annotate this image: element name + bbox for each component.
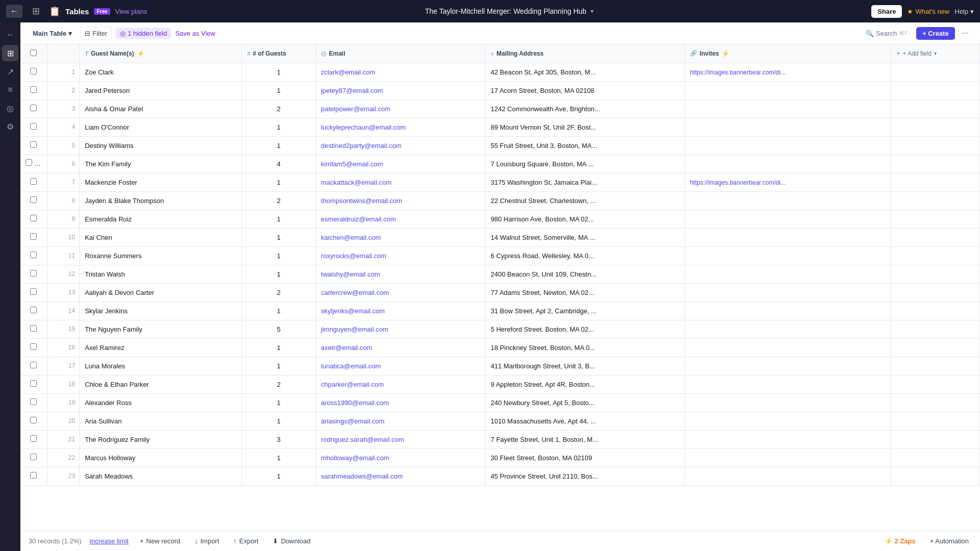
email-cell[interactable]: skyljenks@email.com — [315, 302, 485, 320]
create-button[interactable]: + Create — [916, 27, 955, 40]
email-cell[interactable]: zclark@email.com — [315, 63, 485, 81]
invites-cell[interactable] — [684, 228, 891, 246]
invites-cell[interactable] — [684, 302, 891, 320]
email-link[interactable]: destined2party@email.com — [321, 142, 402, 149]
email-link[interactable]: roxyrocks@email.com — [321, 252, 386, 260]
email-link[interactable]: thompsontwins@email.com — [321, 197, 402, 205]
sidebar-icon-home[interactable]: ← — [2, 27, 18, 43]
email-cell[interactable]: ariasings@email.com — [315, 412, 485, 430]
invites-cell[interactable] — [684, 412, 891, 430]
row-checkbox[interactable] — [30, 252, 37, 258]
email-link[interactable]: rodriguez.sarah@email.com — [321, 436, 404, 443]
automation-button[interactable]: + Automation — [927, 535, 972, 547]
export-button[interactable]: ↑ Export — [230, 535, 261, 547]
guest-name-cell[interactable]: Aaliyah & Devon Carter — [80, 283, 242, 302]
main-table-button[interactable]: Main Table ▾ — [29, 28, 76, 39]
invites-cell[interactable] — [684, 118, 891, 136]
sidebar-icon-eye[interactable]: ◎ — [2, 100, 18, 116]
email-link[interactable]: jimnguyen@email.com — [321, 325, 388, 333]
sidebar-icon-filter[interactable]: ≡ — [2, 82, 18, 98]
email-cell[interactable]: aross1990@email.com — [315, 393, 485, 412]
email-link[interactable]: kaichen@email.com — [321, 234, 381, 241]
row-checkbox[interactable] — [30, 307, 37, 313]
guest-name-cell[interactable]: Skylar Jenkins — [80, 302, 242, 320]
email-cell[interactable]: twalshy@email.com — [315, 265, 485, 283]
guest-name-cell[interactable]: Jared Peterson — [80, 81, 242, 99]
th-num-guests[interactable]: # # of Guests — [242, 44, 316, 63]
email-cell[interactable]: cartercrew@email.com — [315, 283, 485, 302]
row-checkbox[interactable] — [30, 454, 37, 460]
email-cell[interactable]: jpetey87@email.com — [315, 81, 485, 99]
email-link[interactable]: lunatica@email.com — [321, 362, 381, 370]
email-cell[interactable]: thompsontwins@email.com — [315, 191, 485, 210]
row-checkbox[interactable] — [30, 325, 37, 332]
row-checkbox[interactable] — [30, 141, 37, 148]
guest-name-cell[interactable]: Destiny Williams — [80, 136, 242, 155]
guest-name-cell[interactable]: Chloe & Ethan Parker — [80, 375, 242, 393]
email-cell[interactable]: kaichen@email.com — [315, 228, 485, 246]
invites-cell[interactable] — [684, 210, 891, 228]
email-cell[interactable]: chparker@email.com — [315, 375, 485, 393]
import-button[interactable]: ↓ Import — [191, 535, 222, 547]
select-all-checkbox[interactable] — [30, 49, 37, 56]
invites-cell[interactable]: https://images.bannerbear.com/di... — [684, 63, 891, 81]
th-invites[interactable]: 🔗 Invites ⚡ — [684, 44, 891, 63]
guest-name-cell[interactable]: Aria Sullivan — [80, 412, 242, 430]
email-link[interactable]: patelpower@email.com — [321, 105, 390, 113]
guest-name-cell[interactable]: Jayden & Blake Thompson — [80, 191, 242, 210]
email-link[interactable]: luckyleprechaun@email.com — [321, 123, 406, 131]
email-link[interactable]: sarahmeadows@email.com — [321, 472, 403, 480]
view-plans-link[interactable]: View plans — [115, 8, 148, 15]
email-link[interactable]: jpetey87@email.com — [321, 87, 383, 94]
email-cell[interactable]: lunatica@email.com — [315, 357, 485, 375]
email-cell[interactable]: patelpower@email.com — [315, 99, 485, 118]
email-link[interactable]: axelr@email.com — [321, 344, 373, 352]
guest-name-cell[interactable]: Liam O'Connor — [80, 118, 242, 136]
email-link[interactable]: twalshy@email.com — [321, 270, 380, 278]
row-checkbox[interactable] — [30, 343, 37, 350]
email-link[interactable]: aross1990@email.com — [321, 399, 389, 407]
invites-cell[interactable] — [684, 265, 891, 283]
guest-name-cell[interactable]: Tristan Walsh — [80, 265, 242, 283]
invites-link[interactable]: https://images.bannerbear.com/di... — [690, 69, 786, 76]
guest-name-cell[interactable]: Aisha & Omar Patel — [80, 99, 242, 118]
row-checkbox[interactable] — [30, 380, 37, 387]
row-checkbox[interactable] — [30, 270, 37, 277]
invites-cell[interactable]: https://images.bannerbear.com/di... — [684, 173, 891, 191]
th-add-field[interactable]: + + Add field ▾ — [891, 44, 980, 63]
guest-name-cell[interactable]: The Kim Family — [80, 155, 242, 173]
row-checkbox[interactable] — [30, 196, 37, 203]
download-button[interactable]: ⬇ Download — [270, 535, 313, 547]
sidebar-icon-grid[interactable]: ⊞ — [2, 45, 18, 61]
row-checkbox[interactable] — [30, 233, 37, 240]
invites-cell[interactable] — [684, 448, 891, 467]
hidden-field-button[interactable]: ◎ 1 hidden field — [116, 28, 171, 39]
filter-button[interactable]: ⊟ Filter — [80, 27, 112, 40]
invites-cell[interactable] — [684, 99, 891, 118]
row-checkbox[interactable] — [30, 123, 37, 130]
guest-name-cell[interactable]: The Rodriguez Family — [80, 430, 242, 448]
back-button[interactable]: ← — [6, 5, 22, 18]
guest-name-cell[interactable]: Axel Ramirez — [80, 338, 242, 357]
invites-cell[interactable] — [684, 246, 891, 265]
email-cell[interactable]: rodriguez.sarah@email.com — [315, 430, 485, 448]
email-cell[interactable]: mackattack@email.com — [315, 173, 485, 191]
invites-cell[interactable] — [684, 430, 891, 448]
email-cell[interactable]: jimnguyen@email.com — [315, 320, 485, 338]
table-container[interactable]: T Guest Name(s) ⚡ # # of Guests — [20, 44, 980, 531]
guest-name-cell[interactable]: Zoe Clark — [80, 63, 242, 81]
email-cell[interactable]: kimfam5@email.com — [315, 155, 485, 173]
grid-icon[interactable]: ⊞ — [28, 3, 44, 19]
email-link[interactable]: mackattack@email.com — [321, 179, 391, 186]
guest-name-cell[interactable]: Sarah Meadows — [80, 467, 242, 485]
zaps-button[interactable]: ⚡ 2 Zaps — [881, 535, 919, 547]
guest-name-cell[interactable]: Mackenzie Foster — [80, 173, 242, 191]
email-link[interactable]: ariasings@email.com — [321, 417, 384, 425]
new-record-button[interactable]: + New record — [137, 535, 183, 547]
invites-cell[interactable] — [684, 283, 891, 302]
th-guest-name[interactable]: T Guest Name(s) ⚡ — [80, 44, 242, 63]
more-button[interactable]: ··· — [959, 27, 972, 40]
email-cell[interactable]: axelr@email.com — [315, 338, 485, 357]
share-button[interactable]: Share — [871, 5, 902, 18]
email-link[interactable]: mholloway@email.com — [321, 454, 389, 462]
